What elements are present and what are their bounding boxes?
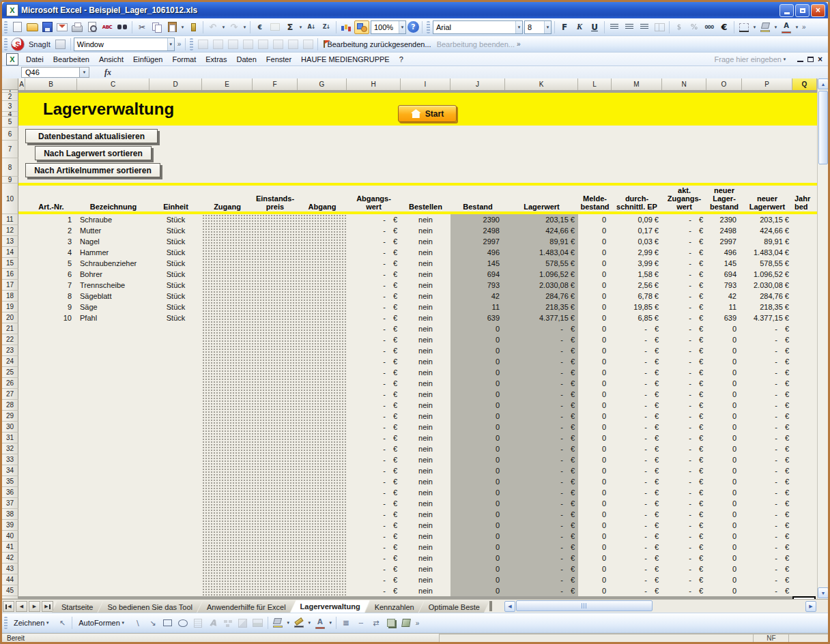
cell-O29[interactable]: 0 — [706, 411, 742, 422]
restore-button[interactable] — [795, 4, 810, 17]
cell-J25[interactable]: 0 — [450, 367, 505, 378]
cell-I20[interactable]: nein — [401, 312, 450, 323]
cell-H37[interactable]: -€ — [347, 498, 401, 509]
align-right-icon[interactable] — [638, 21, 651, 33]
menu-item-bearbeiten[interactable]: Bearbeiten — [48, 53, 94, 65]
cell-H38[interactable]: -€ — [347, 509, 401, 520]
cell-H34[interactable]: -€ — [347, 465, 401, 476]
cell-J23[interactable]: 0 — [450, 345, 505, 356]
clip-art-icon[interactable] — [236, 617, 250, 629]
send-review-button[interactable]: Bearbeitung zurückgesenden... — [327, 40, 431, 48]
cell-O42[interactable]: 0 — [706, 553, 742, 564]
cut-icon[interactable]: ✂ — [135, 21, 149, 33]
chevron-down-icon[interactable]: ▼ — [242, 21, 248, 33]
horizontal-scroll-thumb[interactable] — [516, 600, 653, 611]
chevron-down-icon[interactable]: ▼ — [328, 617, 334, 629]
toolbar-grip[interactable] — [4, 38, 8, 50]
cell-H26[interactable]: -€ — [347, 378, 401, 389]
chevron-down-icon[interactable]: ▼ — [306, 617, 313, 629]
cell-O45[interactable]: 0 — [706, 585, 742, 596]
cell-N22[interactable]: -€ — [662, 334, 706, 345]
cell-P36[interactable]: -€ — [742, 487, 792, 498]
cell-K30[interactable]: -€ — [505, 422, 578, 433]
cell-H12[interactable]: -€ — [347, 225, 401, 236]
cell-N17[interactable]: -€ — [662, 280, 706, 291]
cell-H40[interactable]: -€ — [347, 531, 401, 542]
italic-icon[interactable]: K — [573, 21, 586, 33]
cell-I12[interactable]: nein — [401, 225, 450, 236]
align-center-icon[interactable] — [622, 21, 636, 33]
cell-K44[interactable]: -€ — [505, 574, 578, 585]
cell-H23[interactable]: -€ — [347, 345, 401, 356]
cell-L29[interactable]: 0 — [578, 411, 612, 422]
cell-M20[interactable]: 6,85 € — [612, 312, 662, 323]
cell-H30[interactable]: -€ — [347, 422, 401, 433]
cell-N43[interactable]: -€ — [662, 564, 706, 574]
zoom-select[interactable]: 100%▼ — [371, 20, 406, 34]
minimize-workbook-button[interactable] — [797, 61, 803, 62]
cell-I18[interactable]: nein — [401, 291, 450, 302]
euro-icon[interactable]: € — [717, 21, 731, 33]
cell-J27[interactable]: 0 — [450, 389, 505, 400]
cell-M15[interactable]: 3,99 € — [612, 258, 662, 269]
cell-N37[interactable]: -€ — [662, 498, 706, 509]
cell-P42[interactable]: -€ — [742, 553, 792, 564]
restore-workbook-button[interactable] — [807, 57, 814, 62]
text-box-icon[interactable] — [191, 617, 205, 629]
cell-K13[interactable]: 89,91 € — [505, 236, 578, 247]
chevron-down-icon[interactable]: ▼ — [752, 21, 758, 33]
cell-N45[interactable]: -€ — [662, 585, 706, 596]
menu-item-daten[interactable]: Daten — [231, 53, 261, 65]
chevron-down-icon[interactable]: ▼ — [220, 21, 227, 33]
cell-H20[interactable]: -€ — [347, 312, 401, 323]
cell-O36[interactable]: 0 — [706, 487, 742, 498]
table-header-Q[interactable]: Jahr bed — [792, 186, 817, 211]
cell-M26[interactable]: -€ — [612, 378, 662, 389]
oval-icon[interactable] — [176, 617, 190, 629]
line-style-icon[interactable]: ≡ — [339, 617, 353, 629]
save-icon[interactable] — [40, 21, 54, 33]
cell-P32[interactable]: -€ — [742, 443, 792, 454]
autoshapes-menu-button[interactable]: AutoFormen▼ — [74, 615, 130, 630]
cell-K20[interactable]: 4.377,15 € — [505, 312, 578, 323]
cell-N15[interactable]: -€ — [662, 258, 706, 269]
toolbar-options-icon[interactable]: » — [177, 40, 182, 48]
cell-P15[interactable]: 578,55 € — [742, 258, 792, 269]
toolbar-options-icon[interactable]: » — [416, 619, 420, 627]
cell-O44[interactable]: 0 — [706, 574, 742, 585]
cell-I45[interactable]: nein — [401, 585, 450, 596]
cell-K42[interactable]: -€ — [505, 553, 578, 564]
cell-N19[interactable]: -€ — [662, 302, 706, 312]
cell-K36[interactable]: -€ — [505, 487, 578, 498]
cell-H17[interactable]: -€ — [347, 280, 401, 291]
table-header-I[interactable]: Bestellen — [401, 186, 450, 211]
threed-icon[interactable] — [399, 617, 413, 629]
sheet-tab-lagerverwaltung[interactable]: Lagerverwaltung — [291, 600, 370, 613]
cell-I16[interactable]: nein — [401, 269, 450, 280]
cell-D12[interactable]: Stück — [149, 225, 202, 236]
chevron-down-icon[interactable]: ▼ — [544, 21, 551, 33]
cell-N31[interactable]: -€ — [662, 433, 706, 443]
cell-P31[interactable]: -€ — [742, 433, 792, 443]
cell-I15[interactable]: nein — [401, 258, 450, 269]
cell-K29[interactable]: -€ — [505, 411, 578, 422]
cell-J43[interactable]: 0 — [450, 564, 505, 574]
cell-L42[interactable]: 0 — [578, 553, 612, 564]
cell-O25[interactable]: 0 — [706, 367, 742, 378]
cell-M25[interactable]: -€ — [612, 367, 662, 378]
merge-center-icon[interactable] — [653, 21, 666, 33]
currency-icon[interactable]: $ — [672, 21, 686, 33]
row-header-5[interactable]: 5 — [2, 117, 18, 128]
cell-L26[interactable]: 0 — [578, 378, 612, 389]
bold-icon[interactable]: F — [558, 21, 571, 33]
comment-next-icon[interactable] — [226, 38, 240, 50]
cell-L27[interactable]: 0 — [578, 389, 612, 400]
cell-I33[interactable]: nein — [401, 454, 450, 465]
sheet-tab-optimale-beste[interactable]: Optimale Beste — [419, 601, 489, 613]
column-header-G[interactable]: G — [298, 78, 347, 90]
menu-item-datei[interactable]: Datei — [21, 53, 48, 65]
worksheet[interactable]: 1234567891011121314151617181920212223242… — [2, 90, 817, 599]
vertical-scrollbar[interactable]: ▲ ▼ — [817, 78, 828, 599]
cell-P34[interactable]: -€ — [742, 465, 792, 476]
cell-J33[interactable]: 0 — [450, 454, 505, 465]
